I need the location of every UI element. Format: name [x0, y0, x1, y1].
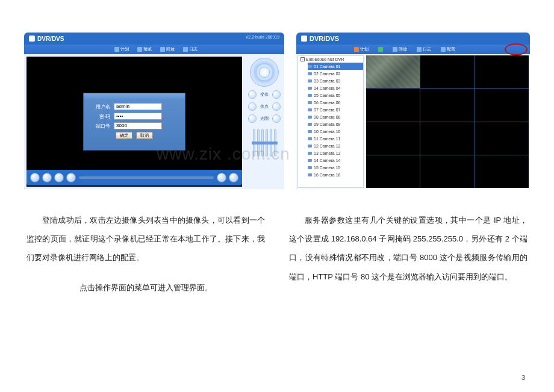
camera-icon — [308, 173, 312, 176]
zoom-in-button[interactable] — [272, 90, 281, 99]
dialog-header — [84, 93, 185, 99]
preview-screenshot: DVR/DVS 计划 回放 日志 配置 - Embedded Net DVR 0… — [296, 33, 530, 189]
focus-in-button[interactable] — [272, 102, 281, 111]
camera-label: 06 Camera 06 — [314, 101, 340, 105]
toolbar-log[interactable]: 日志 — [183, 46, 198, 52]
tree-root[interactable]: - Embedded Net DVR — [298, 56, 363, 63]
camera-item[interactable]: 13 Camera 13 — [308, 149, 363, 157]
iris-open-button[interactable] — [272, 114, 281, 123]
page-number: 3 — [521, 374, 525, 381]
camera-item[interactable]: 06 Camera 06 — [308, 99, 363, 106]
zoom-label: 变倍 — [259, 92, 270, 98]
video-cell-4[interactable] — [366, 89, 420, 121]
camera-label: 04 Camera 04 — [314, 86, 340, 90]
video-cell-11[interactable] — [420, 155, 474, 188]
camera-icon — [308, 72, 312, 75]
camera-item[interactable]: 14 Camera 14 — [308, 157, 363, 164]
camera-item[interactable]: 15 Camera 15 — [308, 164, 363, 171]
left-paragraph-1: 登陆成功后，双击左边摄像头列表当中的摄像头，可以看到一个监控的页面，就证明这个录… — [26, 211, 265, 267]
toolbar-playback[interactable]: 回放 — [160, 46, 175, 52]
progress-bar[interactable] — [78, 176, 214, 179]
camera-label: 08 Camera 08 — [314, 115, 340, 119]
camera-item[interactable]: 03 Camera 03 — [308, 77, 363, 84]
toolbar-preview[interactable]: 预览 — [137, 46, 152, 52]
app-logo-icon — [29, 36, 35, 42]
play-button[interactable] — [30, 173, 40, 182]
password-input[interactable]: •••• — [114, 113, 162, 120]
camera-tree[interactable]: - Embedded Net DVR 01 Camera 0102 Camera… — [297, 55, 364, 188]
focus-label: 焦点 — [259, 104, 270, 110]
app-logo-icon — [301, 36, 307, 42]
camera-icon — [308, 130, 312, 133]
play-icon — [393, 47, 397, 52]
video-cell-2[interactable] — [420, 55, 474, 88]
tree-root-label: Embedded Net DVR — [306, 57, 344, 61]
top-toolbar: 计划 预览 回放 日志 — [24, 45, 284, 54]
record-button[interactable] — [66, 173, 76, 182]
camera-item[interactable]: 07 Camera 07 — [308, 106, 363, 113]
ptz-panel: 变倍 焦点 光圈 — [244, 54, 284, 189]
camera-item[interactable]: 05 Camera 05 — [308, 92, 363, 99]
camera-item[interactable]: 04 Camera 04 — [308, 84, 363, 92]
username-input[interactable]: admin — [114, 103, 162, 110]
video-cell-3[interactable] — [475, 55, 529, 88]
camera-item[interactable]: 16 Camera 16 — [308, 171, 363, 178]
left-paragraph-2: 点击操作界面的菜单可进入管理界面。 — [26, 278, 265, 297]
fullscreen-button[interactable] — [229, 173, 238, 182]
video-cell-6[interactable] — [475, 89, 529, 121]
layout-button[interactable] — [217, 173, 226, 182]
camera-icon — [308, 145, 312, 148]
stop-button[interactable] — [42, 173, 52, 182]
ptz-wheel[interactable] — [250, 58, 279, 87]
camera-label: 01 Camera 01 — [314, 64, 340, 69]
watermark: www.zix .com.cn — [157, 145, 290, 164]
cancel-button[interactable]: 取消 — [136, 132, 153, 139]
video-cell-12[interactable] — [475, 155, 529, 188]
annotation-circle — [505, 43, 528, 55]
person-icon — [114, 47, 119, 52]
video-cell-9[interactable] — [475, 122, 529, 155]
camera-label: 12 Camera 12 — [314, 144, 340, 148]
green-icon — [378, 47, 383, 52]
camera-item[interactable]: 08 Camera 08 — [308, 113, 363, 120]
login-dialog: 用户名 admin 密 码 •••• 端口号 8000 — [83, 93, 185, 151]
snapshot-button[interactable] — [54, 173, 64, 182]
camera-label: 03 Camera 03 — [314, 79, 340, 83]
camera-item[interactable]: 11 Camera 11 — [308, 135, 363, 142]
camera-icon — [308, 108, 312, 111]
ok-button[interactable]: 确定 — [116, 132, 132, 139]
video-cell-7[interactable] — [366, 122, 420, 155]
top-toolbar: 计划 回放 日志 配置 — [296, 45, 530, 54]
toolbar-plan[interactable]: 计划 — [114, 46, 129, 52]
window-titlebar: DVR/DVS — [296, 33, 530, 45]
toolbar-plan[interactable]: 计划 — [354, 46, 369, 52]
toolbar-log[interactable]: 日志 — [417, 46, 431, 52]
camera-icon — [308, 101, 312, 104]
video-cell-10[interactable] — [366, 155, 420, 188]
video-cell-1[interactable] — [366, 55, 420, 88]
focus-out-button[interactable] — [248, 102, 257, 111]
username-label: 用户名 — [90, 104, 110, 110]
camera-item[interactable]: 02 Camera 02 — [308, 70, 363, 77]
toolbar-playback[interactable]: 回放 — [393, 46, 407, 52]
camera-item[interactable]: 12 Camera 12 — [308, 142, 363, 149]
app-title: DVR/DVS — [37, 36, 64, 42]
video-cell-5[interactable] — [420, 89, 474, 121]
camera-item[interactable]: 10 Camera 10 — [308, 128, 363, 135]
camera-icon — [308, 137, 312, 140]
video-cell-8[interactable] — [420, 122, 474, 155]
camera-icon — [308, 166, 312, 169]
toolbar-unk[interactable] — [378, 47, 383, 52]
video-area: 用户名 admin 密 码 •••• 端口号 8000 — [26, 57, 242, 187]
zoom-out-button[interactable] — [248, 90, 257, 99]
camera-icon — [308, 87, 312, 90]
camera-icon — [308, 94, 312, 97]
camera-item[interactable]: 01 Camera 01 — [308, 63, 363, 70]
person-icon — [354, 47, 359, 52]
toolbar-config[interactable]: 配置 — [441, 46, 455, 52]
camera-label: 09 Camera 09 — [314, 122, 340, 126]
camera-item[interactable]: 09 Camera 09 — [308, 120, 363, 128]
collapse-icon[interactable]: - — [300, 57, 305, 61]
iris-close-button[interactable] — [248, 114, 257, 123]
port-input[interactable]: 8000 — [114, 122, 162, 129]
